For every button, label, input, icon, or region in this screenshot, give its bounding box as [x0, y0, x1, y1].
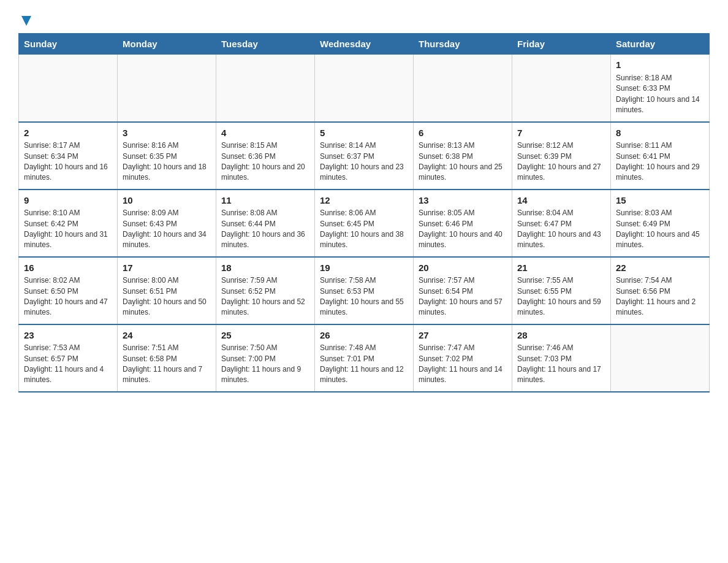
calendar-cell: 4Sunrise: 8:15 AM Sunset: 6:36 PM Daylig…: [216, 122, 315, 190]
day-info: Sunrise: 7:47 AM Sunset: 7:02 PM Dayligh…: [419, 343, 507, 386]
calendar-cell: 17Sunrise: 8:00 AM Sunset: 6:51 PM Dayli…: [118, 257, 216, 324]
day-number: 11: [221, 194, 309, 207]
calendar-header-row: SundayMondayTuesdayWednesdayThursdayFrid…: [19, 34, 710, 55]
day-number: 15: [616, 194, 704, 207]
calendar-cell: 26Sunrise: 7:48 AM Sunset: 7:01 PM Dayli…: [315, 324, 414, 392]
day-info: Sunrise: 8:15 AM Sunset: 6:36 PM Dayligh…: [221, 140, 309, 183]
calendar-cell: 3Sunrise: 8:16 AM Sunset: 6:35 PM Daylig…: [118, 122, 216, 190]
calendar-cell: 24Sunrise: 7:51 AM Sunset: 6:58 PM Dayli…: [118, 324, 216, 392]
day-info: Sunrise: 8:16 AM Sunset: 6:35 PM Dayligh…: [123, 140, 211, 183]
day-info: Sunrise: 8:05 AM Sunset: 6:46 PM Dayligh…: [419, 208, 507, 251]
column-header-wednesday: Wednesday: [315, 34, 414, 55]
page-header: [18, 12, 710, 27]
calendar-cell: 23Sunrise: 7:53 AM Sunset: 6:57 PM Dayli…: [19, 324, 118, 392]
day-info: Sunrise: 8:04 AM Sunset: 6:47 PM Dayligh…: [517, 208, 605, 251]
calendar-week-row: 16Sunrise: 8:02 AM Sunset: 6:50 PM Dayli…: [19, 257, 710, 324]
calendar-cell: 1Sunrise: 8:18 AM Sunset: 6:33 PM Daylig…: [611, 55, 710, 122]
day-number: 10: [123, 194, 211, 207]
calendar-cell: 25Sunrise: 7:50 AM Sunset: 7:00 PM Dayli…: [216, 324, 315, 392]
day-number: 20: [419, 261, 507, 275]
day-info: Sunrise: 8:17 AM Sunset: 6:34 PM Dayligh…: [24, 140, 112, 183]
day-info: Sunrise: 7:59 AM Sunset: 6:52 PM Dayligh…: [221, 275, 309, 318]
day-info: Sunrise: 8:10 AM Sunset: 6:42 PM Dayligh…: [24, 208, 112, 251]
calendar-cell: 2Sunrise: 8:17 AM Sunset: 6:34 PM Daylig…: [19, 122, 118, 190]
day-number: 12: [320, 194, 408, 207]
day-number: 14: [517, 194, 605, 207]
calendar-cell: 15Sunrise: 8:03 AM Sunset: 6:49 PM Dayli…: [611, 190, 710, 257]
day-info: Sunrise: 8:03 AM Sunset: 6:49 PM Dayligh…: [616, 208, 704, 251]
day-number: 21: [517, 261, 605, 275]
day-info: Sunrise: 8:00 AM Sunset: 6:51 PM Dayligh…: [123, 275, 211, 318]
day-number: 8: [616, 126, 704, 140]
calendar-cell: 14Sunrise: 8:04 AM Sunset: 6:47 PM Dayli…: [512, 190, 611, 257]
day-number: 27: [419, 329, 507, 342]
calendar-cell: 8Sunrise: 8:11 AM Sunset: 6:41 PM Daylig…: [611, 122, 710, 190]
day-info: Sunrise: 8:08 AM Sunset: 6:44 PM Dayligh…: [221, 208, 309, 251]
calendar-cell: 27Sunrise: 7:47 AM Sunset: 7:02 PM Dayli…: [414, 324, 512, 392]
calendar-cell: [414, 55, 512, 122]
day-number: 4: [221, 126, 309, 140]
day-info: Sunrise: 7:50 AM Sunset: 7:00 PM Dayligh…: [221, 343, 309, 386]
day-number: 16: [24, 261, 112, 275]
logo: [18, 12, 33, 27]
column-header-friday: Friday: [512, 34, 611, 55]
calendar-cell: 22Sunrise: 7:54 AM Sunset: 6:56 PM Dayli…: [611, 257, 710, 324]
calendar-cell: 13Sunrise: 8:05 AM Sunset: 6:46 PM Dayli…: [414, 190, 512, 257]
day-info: Sunrise: 8:11 AM Sunset: 6:41 PM Dayligh…: [616, 140, 704, 183]
calendar-cell: 16Sunrise: 8:02 AM Sunset: 6:50 PM Dayli…: [19, 257, 118, 324]
svg-marker-0: [21, 16, 31, 26]
day-number: 5: [320, 126, 408, 140]
day-number: 25: [221, 329, 309, 342]
calendar-cell: 28Sunrise: 7:46 AM Sunset: 7:03 PM Dayli…: [512, 324, 611, 392]
column-header-monday: Monday: [118, 34, 216, 55]
day-info: Sunrise: 7:57 AM Sunset: 6:54 PM Dayligh…: [419, 275, 507, 318]
calendar-cell: 20Sunrise: 7:57 AM Sunset: 6:54 PM Dayli…: [414, 257, 512, 324]
day-number: 1: [616, 58, 704, 72]
calendar-cell: 12Sunrise: 8:06 AM Sunset: 6:45 PM Dayli…: [315, 190, 414, 257]
day-info: Sunrise: 7:55 AM Sunset: 6:55 PM Dayligh…: [517, 275, 605, 318]
calendar-cell: 9Sunrise: 8:10 AM Sunset: 6:42 PM Daylig…: [19, 190, 118, 257]
calendar-cell: [19, 55, 118, 122]
day-number: 3: [123, 126, 211, 140]
day-info: Sunrise: 8:02 AM Sunset: 6:50 PM Dayligh…: [24, 275, 112, 318]
calendar-cell: [611, 324, 710, 392]
column-header-saturday: Saturday: [611, 34, 710, 55]
calendar-cell: 6Sunrise: 8:13 AM Sunset: 6:38 PM Daylig…: [414, 122, 512, 190]
day-info: Sunrise: 7:54 AM Sunset: 6:56 PM Dayligh…: [616, 275, 704, 318]
day-number: 19: [320, 261, 408, 275]
day-info: Sunrise: 8:09 AM Sunset: 6:43 PM Dayligh…: [123, 208, 211, 251]
day-number: 13: [419, 194, 507, 207]
day-number: 24: [123, 329, 211, 342]
calendar-cell: 18Sunrise: 7:59 AM Sunset: 6:52 PM Dayli…: [216, 257, 315, 324]
day-info: Sunrise: 8:12 AM Sunset: 6:39 PM Dayligh…: [517, 140, 605, 183]
day-info: Sunrise: 7:51 AM Sunset: 6:58 PM Dayligh…: [123, 343, 211, 386]
day-number: 23: [24, 329, 112, 342]
day-number: 9: [24, 194, 112, 207]
day-number: 17: [123, 261, 211, 275]
calendar-cell: 10Sunrise: 8:09 AM Sunset: 6:43 PM Dayli…: [118, 190, 216, 257]
calendar-cell: [118, 55, 216, 122]
logo-triangle-icon: [20, 13, 33, 27]
day-number: 28: [517, 329, 605, 342]
calendar-table: SundayMondayTuesdayWednesdayThursdayFrid…: [18, 33, 710, 393]
calendar-cell: [512, 55, 611, 122]
day-number: 2: [24, 126, 112, 140]
day-info: Sunrise: 8:14 AM Sunset: 6:37 PM Dayligh…: [320, 140, 408, 183]
calendar-cell: 21Sunrise: 7:55 AM Sunset: 6:55 PM Dayli…: [512, 257, 611, 324]
day-info: Sunrise: 7:46 AM Sunset: 7:03 PM Dayligh…: [517, 343, 605, 386]
calendar-cell: 5Sunrise: 8:14 AM Sunset: 6:37 PM Daylig…: [315, 122, 414, 190]
day-info: Sunrise: 8:13 AM Sunset: 6:38 PM Dayligh…: [419, 140, 507, 183]
day-info: Sunrise: 8:06 AM Sunset: 6:45 PM Dayligh…: [320, 208, 408, 251]
calendar-cell: 7Sunrise: 8:12 AM Sunset: 6:39 PM Daylig…: [512, 122, 611, 190]
day-number: 22: [616, 261, 704, 275]
column-header-tuesday: Tuesday: [216, 34, 315, 55]
day-number: 6: [419, 126, 507, 140]
calendar-week-row: 9Sunrise: 8:10 AM Sunset: 6:42 PM Daylig…: [19, 190, 710, 257]
day-info: Sunrise: 8:18 AM Sunset: 6:33 PM Dayligh…: [616, 73, 704, 116]
day-number: 26: [320, 329, 408, 342]
calendar-week-row: 23Sunrise: 7:53 AM Sunset: 6:57 PM Dayli…: [19, 324, 710, 392]
calendar-cell: 19Sunrise: 7:58 AM Sunset: 6:53 PM Dayli…: [315, 257, 414, 324]
day-number: 7: [517, 126, 605, 140]
calendar-cell: 11Sunrise: 8:08 AM Sunset: 6:44 PM Dayli…: [216, 190, 315, 257]
day-info: Sunrise: 7:58 AM Sunset: 6:53 PM Dayligh…: [320, 275, 408, 318]
